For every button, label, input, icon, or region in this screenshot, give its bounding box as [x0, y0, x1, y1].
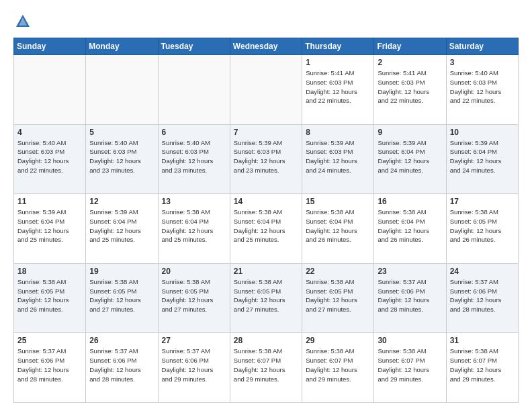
day-number: 23 [378, 267, 442, 276]
calendar-cell: 13Sunrise: 5:38 AM Sunset: 6:04 PM Dayli… [158, 194, 230, 264]
calendar-cell: 3Sunrise: 5:40 AM Sunset: 6:03 PM Daylig… [446, 55, 518, 125]
day-number: 3 [450, 58, 515, 67]
day-number: 15 [306, 197, 370, 206]
day-info: Sunrise: 5:37 AM Sunset: 6:06 PM Dayligh… [378, 277, 442, 314]
day-number: 4 [17, 128, 82, 137]
day-info: Sunrise: 5:38 AM Sunset: 6:04 PM Dayligh… [378, 208, 442, 244]
day-header-tuesday: Tuesday [158, 38, 230, 55]
day-info: Sunrise: 5:38 AM Sunset: 6:05 PM Dayligh… [89, 277, 154, 314]
day-number: 20 [162, 267, 226, 276]
calendar-cell: 12Sunrise: 5:39 AM Sunset: 6:04 PM Dayli… [86, 194, 158, 264]
calendar-cell: 20Sunrise: 5:38 AM Sunset: 6:05 PM Dayli… [158, 263, 230, 333]
calendar-cell: 17Sunrise: 5:38 AM Sunset: 6:05 PM Dayli… [446, 194, 518, 264]
calendar-cell: 30Sunrise: 5:38 AM Sunset: 6:07 PM Dayli… [374, 333, 446, 403]
day-info: Sunrise: 5:37 AM Sunset: 6:06 PM Dayligh… [17, 347, 82, 383]
day-info: Sunrise: 5:38 AM Sunset: 6:05 PM Dayligh… [234, 277, 298, 314]
day-info: Sunrise: 5:41 AM Sunset: 6:03 PM Dayligh… [378, 68, 442, 105]
day-info: Sunrise: 5:38 AM Sunset: 6:07 PM Dayligh… [306, 347, 370, 383]
day-number: 27 [162, 336, 226, 345]
day-number: 28 [234, 336, 298, 345]
day-header-friday: Friday [374, 38, 446, 55]
day-info: Sunrise: 5:37 AM Sunset: 6:06 PM Dayligh… [450, 277, 515, 314]
day-info: Sunrise: 5:38 AM Sunset: 6:07 PM Dayligh… [378, 347, 442, 383]
logo [13, 12, 35, 31]
day-number: 13 [162, 197, 226, 206]
day-info: Sunrise: 5:38 AM Sunset: 6:04 PM Dayligh… [162, 208, 226, 244]
day-info: Sunrise: 5:41 AM Sunset: 6:03 PM Dayligh… [306, 68, 370, 105]
calendar-cell: 6Sunrise: 5:40 AM Sunset: 6:03 PM Daylig… [158, 124, 230, 194]
day-number: 25 [17, 336, 82, 345]
calendar-cell: 5Sunrise: 5:40 AM Sunset: 6:03 PM Daylig… [86, 124, 158, 194]
day-number: 29 [306, 336, 370, 345]
day-number: 24 [450, 267, 515, 276]
day-number: 26 [89, 336, 154, 345]
day-info: Sunrise: 5:38 AM Sunset: 6:05 PM Dayligh… [306, 277, 370, 314]
page: SundayMondayTuesdayWednesdayThursdayFrid… [0, 0, 532, 411]
calendar-cell [86, 55, 158, 125]
day-number: 6 [162, 128, 226, 137]
day-info: Sunrise: 5:38 AM Sunset: 6:05 PM Dayligh… [17, 277, 82, 314]
day-header-wednesday: Wednesday [230, 38, 302, 55]
calendar-cell: 7Sunrise: 5:39 AM Sunset: 6:03 PM Daylig… [230, 124, 302, 194]
calendar-cell: 4Sunrise: 5:40 AM Sunset: 6:03 PM Daylig… [14, 124, 86, 194]
calendar-header-row: SundayMondayTuesdayWednesdayThursdayFrid… [14, 38, 519, 55]
calendar-week-row: 4Sunrise: 5:40 AM Sunset: 6:03 PM Daylig… [14, 124, 519, 194]
calendar-cell: 9Sunrise: 5:39 AM Sunset: 6:04 PM Daylig… [374, 124, 446, 194]
calendar-cell: 27Sunrise: 5:37 AM Sunset: 6:06 PM Dayli… [158, 333, 230, 403]
day-info: Sunrise: 5:38 AM Sunset: 6:04 PM Dayligh… [234, 208, 298, 244]
day-number: 21 [234, 267, 298, 276]
day-number: 17 [450, 197, 515, 206]
calendar-cell: 2Sunrise: 5:41 AM Sunset: 6:03 PM Daylig… [374, 55, 446, 125]
calendar-cell: 14Sunrise: 5:38 AM Sunset: 6:04 PM Dayli… [230, 194, 302, 264]
calendar-cell: 19Sunrise: 5:38 AM Sunset: 6:05 PM Dayli… [86, 263, 158, 333]
day-number: 11 [17, 197, 82, 206]
calendar-cell: 25Sunrise: 5:37 AM Sunset: 6:06 PM Dayli… [14, 333, 86, 403]
calendar-cell [230, 55, 302, 125]
day-info: Sunrise: 5:39 AM Sunset: 6:04 PM Dayligh… [89, 208, 154, 244]
day-info: Sunrise: 5:39 AM Sunset: 6:04 PM Dayligh… [378, 138, 442, 175]
calendar: SundayMondayTuesdayWednesdayThursdayFrid… [13, 38, 519, 403]
day-number: 8 [306, 128, 370, 137]
day-header-thursday: Thursday [302, 38, 374, 55]
day-info: Sunrise: 5:39 AM Sunset: 6:03 PM Dayligh… [234, 138, 298, 175]
day-number: 22 [306, 267, 370, 276]
calendar-week-row: 11Sunrise: 5:39 AM Sunset: 6:04 PM Dayli… [14, 194, 519, 264]
calendar-cell: 18Sunrise: 5:38 AM Sunset: 6:05 PM Dayli… [14, 263, 86, 333]
day-info: Sunrise: 5:40 AM Sunset: 6:03 PM Dayligh… [17, 138, 82, 175]
day-header-saturday: Saturday [446, 38, 518, 55]
calendar-cell: 16Sunrise: 5:38 AM Sunset: 6:04 PM Dayli… [374, 194, 446, 264]
day-number: 19 [89, 267, 154, 276]
header [13, 12, 519, 31]
calendar-cell: 11Sunrise: 5:39 AM Sunset: 6:04 PM Dayli… [14, 194, 86, 264]
day-number: 7 [234, 128, 298, 137]
day-number: 18 [17, 267, 82, 276]
calendar-cell [158, 55, 230, 125]
calendar-cell: 21Sunrise: 5:38 AM Sunset: 6:05 PM Dayli… [230, 263, 302, 333]
calendar-cell: 23Sunrise: 5:37 AM Sunset: 6:06 PM Dayli… [374, 263, 446, 333]
calendar-cell: 26Sunrise: 5:37 AM Sunset: 6:06 PM Dayli… [86, 333, 158, 403]
calendar-cell: 22Sunrise: 5:38 AM Sunset: 6:05 PM Dayli… [302, 263, 374, 333]
day-info: Sunrise: 5:37 AM Sunset: 6:06 PM Dayligh… [89, 347, 154, 383]
day-info: Sunrise: 5:38 AM Sunset: 6:04 PM Dayligh… [306, 208, 370, 244]
day-info: Sunrise: 5:40 AM Sunset: 6:03 PM Dayligh… [89, 138, 154, 175]
day-number: 2 [378, 58, 442, 67]
calendar-cell: 28Sunrise: 5:38 AM Sunset: 6:07 PM Dayli… [230, 333, 302, 403]
day-info: Sunrise: 5:39 AM Sunset: 6:03 PM Dayligh… [306, 138, 370, 175]
calendar-week-row: 25Sunrise: 5:37 AM Sunset: 6:06 PM Dayli… [14, 333, 519, 403]
day-info: Sunrise: 5:38 AM Sunset: 6:07 PM Dayligh… [450, 347, 515, 383]
day-number: 14 [234, 197, 298, 206]
day-info: Sunrise: 5:39 AM Sunset: 6:04 PM Dayligh… [17, 208, 82, 244]
calendar-cell: 8Sunrise: 5:39 AM Sunset: 6:03 PM Daylig… [302, 124, 374, 194]
calendar-week-row: 1Sunrise: 5:41 AM Sunset: 6:03 PM Daylig… [14, 55, 519, 125]
day-number: 31 [450, 336, 515, 345]
day-info: Sunrise: 5:38 AM Sunset: 6:07 PM Dayligh… [234, 347, 298, 383]
calendar-cell: 10Sunrise: 5:39 AM Sunset: 6:04 PM Dayli… [446, 124, 518, 194]
calendar-week-row: 18Sunrise: 5:38 AM Sunset: 6:05 PM Dayli… [14, 263, 519, 333]
calendar-cell: 29Sunrise: 5:38 AM Sunset: 6:07 PM Dayli… [302, 333, 374, 403]
day-info: Sunrise: 5:39 AM Sunset: 6:04 PM Dayligh… [450, 138, 515, 175]
day-number: 16 [378, 197, 442, 206]
day-info: Sunrise: 5:38 AM Sunset: 6:05 PM Dayligh… [450, 208, 515, 244]
day-info: Sunrise: 5:38 AM Sunset: 6:05 PM Dayligh… [162, 277, 226, 314]
day-header-sunday: Sunday [14, 38, 86, 55]
day-info: Sunrise: 5:37 AM Sunset: 6:06 PM Dayligh… [162, 347, 226, 383]
